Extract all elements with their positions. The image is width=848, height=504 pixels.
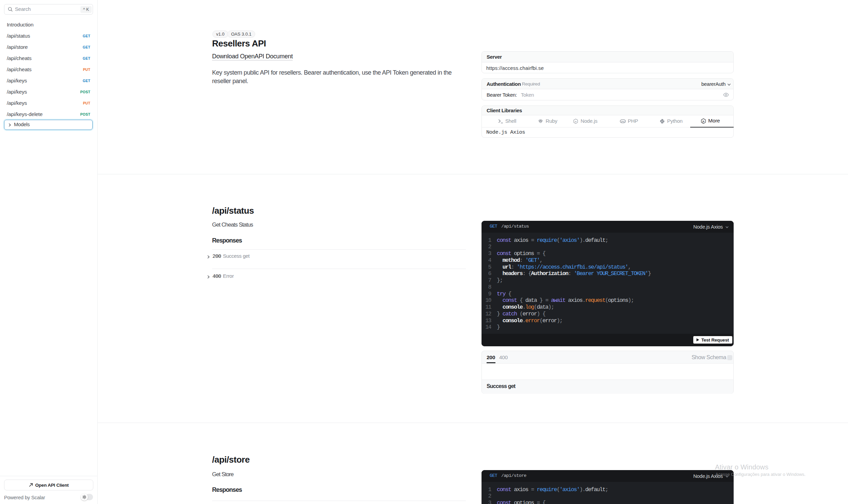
svg-text:php: php	[621, 121, 625, 123]
svg-text:js: js	[702, 120, 705, 123]
svg-text:js: js	[575, 120, 577, 123]
